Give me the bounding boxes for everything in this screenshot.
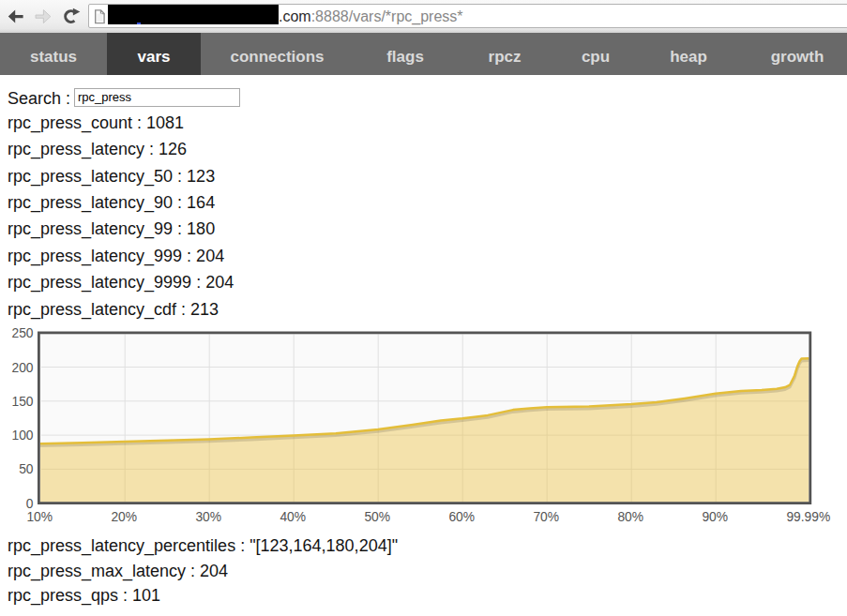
svg-text:70%: 70% <box>533 510 559 524</box>
svg-text:60%: 60% <box>448 510 475 524</box>
svg-text:50: 50 <box>19 462 34 476</box>
svg-text:50%: 50% <box>364 510 390 524</box>
svg-text:40%: 40% <box>280 510 306 524</box>
svg-text:80%: 80% <box>617 510 643 524</box>
svg-text:30%: 30% <box>195 510 221 524</box>
svg-text:90%: 90% <box>702 510 728 524</box>
svg-text:20%: 20% <box>111 510 137 524</box>
svg-text:0: 0 <box>26 497 34 511</box>
svg-text:250: 250 <box>11 326 33 340</box>
svg-text:100: 100 <box>11 428 33 443</box>
svg-text:99.99%: 99.99% <box>786 510 830 524</box>
svg-text:200: 200 <box>11 361 33 375</box>
svg-text:150: 150 <box>11 395 33 409</box>
svg-text:10%: 10% <box>26 510 53 524</box>
